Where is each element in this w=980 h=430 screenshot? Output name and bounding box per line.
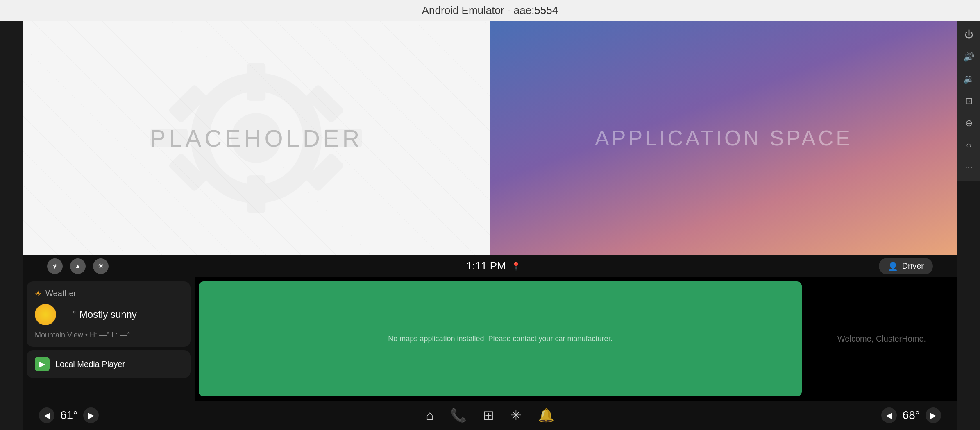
title-bar-text: Android Emulator - aae:5554	[422, 4, 558, 17]
status-bar: ▲ ☀ 1:11 PM 📍 👤 Driver	[23, 255, 957, 277]
emulator-area: PLACEHOLDER APPLICATION SPACE ▲ ☀ 1:	[23, 21, 957, 430]
weather-condition-group: —° Mostly sunny	[64, 309, 137, 320]
zoom-icon[interactable]: ⊕	[965, 118, 973, 129]
home-icon[interactable]: ⌂	[426, 408, 433, 423]
main-content-row: ☀ Weather —° Mostly sunny Mountain View …	[23, 277, 957, 401]
right-temp-decrease[interactable]: ◀	[881, 407, 897, 423]
svg-rect-3	[247, 175, 266, 213]
apps-icon[interactable]: ⊞	[483, 407, 494, 423]
welcome-text: Welcome, ClusterHome.	[837, 334, 926, 344]
status-center: 1:11 PM 📍	[466, 260, 521, 272]
media-app-icon: ▶	[35, 357, 50, 371]
placeholder-text: PLACEHOLDER	[150, 124, 363, 152]
volume-down-icon[interactable]: 🔉	[963, 74, 974, 84]
left-temp-control: ◀ 61° ▶	[39, 407, 99, 423]
cluster-home-panel: Welcome, ClusterHome.	[806, 277, 957, 401]
right-sidebar: ⏻ 🔊 🔉 ⊡ ⊕ ○ ···	[957, 21, 980, 181]
phone-icon[interactable]: 📞	[450, 407, 467, 423]
weather-header: ☀ Weather	[35, 289, 182, 298]
weather-dash: —°	[64, 309, 76, 320]
power-icon[interactable]: ⏻	[964, 29, 973, 40]
right-temp-value: 68°	[903, 409, 920, 422]
nav-icons: ⌂ 📞 ⊞ ✳ 🔔	[426, 407, 554, 423]
bottom-nav-bar: ◀ 61° ▶ ⌂ 📞 ⊞ ✳ 🔔 ◀ 68° ▶	[23, 401, 957, 430]
svg-rect-2	[247, 63, 266, 101]
sun-icon	[35, 304, 56, 325]
app-space-panel: APPLICATION SPACE	[490, 21, 957, 255]
notification-icon[interactable]: 🔔	[538, 407, 554, 423]
time-display: 1:11 PM	[466, 260, 506, 272]
left-temp-increase[interactable]: ▶	[83, 407, 99, 423]
right-temp-increase[interactable]: ▶	[926, 407, 941, 423]
top-section: PLACEHOLDER APPLICATION SPACE	[23, 21, 957, 255]
bluetooth-icon[interactable]	[47, 258, 63, 274]
status-right: 👤 Driver	[879, 258, 933, 274]
wifi-icon[interactable]: ▲	[70, 258, 86, 274]
map-area: No maps application installed. Please co…	[199, 281, 802, 396]
media-card[interactable]: ▶ Local Media Player	[27, 350, 191, 378]
weather-location: Mountain View • H: —° L: —°	[35, 331, 182, 339]
app-space-text: APPLICATION SPACE	[595, 126, 853, 150]
status-left-icons: ▲ ☀	[47, 258, 109, 274]
more-icon[interactable]: ···	[965, 162, 972, 173]
circle-icon[interactable]: ○	[966, 140, 971, 151]
volume-up-icon[interactable]: 🔊	[963, 52, 974, 62]
map-message: No maps application installed. Please co…	[388, 335, 612, 343]
driver-label: Driver	[902, 261, 924, 271]
media-label: Local Media Player	[55, 360, 125, 369]
weather-icon: ☀	[35, 289, 41, 298]
weather-main: —° Mostly sunny	[35, 304, 182, 325]
location-pin-icon: 📍	[511, 261, 521, 271]
person-icon: 👤	[888, 261, 898, 271]
weather-card[interactable]: ☀ Weather —° Mostly sunny Mountain View …	[27, 281, 191, 347]
android-auto-section: ▲ ☀ 1:11 PM 📍 👤 Driver	[23, 255, 957, 430]
camera-icon[interactable]: ⊡	[965, 96, 973, 106]
left-temp-value: 61°	[60, 409, 77, 422]
left-panel: ☀ Weather —° Mostly sunny Mountain View …	[23, 277, 195, 401]
assistant-icon[interactable]: ✳	[510, 407, 522, 423]
right-temp-control: ◀ 68° ▶	[881, 407, 941, 423]
brightness-icon[interactable]: ☀	[93, 258, 109, 274]
weather-label: Weather	[45, 289, 76, 298]
title-bar: Android Emulator - aae:5554	[0, 0, 980, 21]
placeholder-panel: PLACEHOLDER	[23, 21, 490, 255]
driver-button[interactable]: 👤 Driver	[879, 258, 933, 274]
weather-condition: Mostly sunny	[79, 309, 137, 320]
left-temp-decrease[interactable]: ◀	[39, 407, 54, 423]
